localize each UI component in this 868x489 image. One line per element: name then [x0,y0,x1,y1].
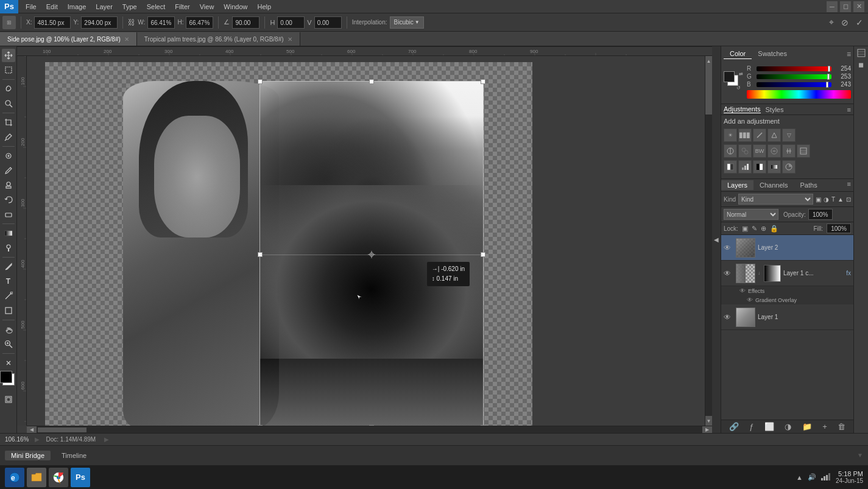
scroll-thumb-h[interactable] [38,427,86,432]
scroll-thumb-v[interactable] [705,66,712,114]
tool-pen[interactable] [2,260,15,273]
adj-vibrance[interactable]: ▽ [782,128,796,142]
angle-input[interactable]: 90.00 [232,16,259,29]
tool-path-select[interactable] [2,289,15,303]
layer-1c-visibility[interactable]: 👁 [724,269,733,278]
collapse-right-panel[interactable]: ◀ [712,46,721,433]
gradient-overlay-eye[interactable]: 👁 [747,297,753,303]
timeline-tab[interactable]: Timeline [55,451,93,460]
adj-channel-mixer[interactable] [782,144,796,158]
tool-zoom[interactable] [2,337,15,351]
vskew-input[interactable]: 0.00 [314,16,342,29]
menu-file[interactable]: File [21,0,41,13]
menu-help[interactable]: Help [252,0,276,13]
layers-tab-paths[interactable]: Paths [794,180,824,190]
right-icon-1[interactable] [857,49,866,58]
new-layer-btn[interactable]: + [822,422,827,431]
layers-tab-channels[interactable]: Channels [753,180,794,190]
tab-1-close[interactable]: ✕ [288,36,292,43]
menu-image[interactable]: Image [63,0,91,13]
layer-1c-fx[interactable]: fx [846,270,851,276]
layer-item-1[interactable]: 👁 Layer 1 [721,304,853,330]
color-fg-bg-swatch[interactable]: ↺ ⇄ [724,71,743,91]
menu-filter[interactable]: Filter [170,0,194,13]
menu-edit[interactable]: Edit [41,0,63,13]
adj-curves[interactable] [753,128,766,142]
adj-bw[interactable]: BW [753,144,766,158]
tool-extra[interactable] [2,356,15,370]
color-tab[interactable]: Color [724,49,752,59]
mini-bridge-tab[interactable]: Mini Bridge [5,451,51,460]
add-mask-btn[interactable]: ⬜ [764,422,774,431]
y-input[interactable]: 294.00 px [81,16,118,29]
adj-hue-sat[interactable] [724,144,737,158]
adj-panel-options[interactable]: ≡ [847,106,851,113]
color-panel-options[interactable]: ≡ [847,50,851,58]
tab-0[interactable]: Side pose.jpg @ 106% (Layer 2, RGB/8#) ✕ [0,32,137,46]
taskbar-folder[interactable] [27,468,46,487]
tool-hand[interactable] [2,323,15,336]
new-adj-layer-btn[interactable]: ◑ [785,422,791,431]
tool-brush[interactable] [2,164,15,177]
adj-invert[interactable] [724,160,737,174]
layer-2-visibility[interactable]: 👁 [724,244,733,252]
foreground-color-swatch[interactable] [0,371,12,383]
tab-0-close[interactable]: ✕ [124,36,129,43]
close-button[interactable]: ✕ [853,1,864,12]
scrollbar-vertical[interactable]: ▲ ▼ [705,56,712,426]
color-spectrum[interactable] [747,90,851,99]
opacity-input[interactable] [808,209,833,220]
layer-filter-shape[interactable]: ▲ [838,196,844,203]
tool-dodge[interactable] [2,241,15,255]
lock-image-icon[interactable]: ✎ [752,225,757,233]
cancel-transform-icon[interactable]: ⊘ [839,18,851,27]
adj-posterize[interactable] [738,160,752,174]
lock-all-icon[interactable]: 🔒 [770,225,778,233]
tool-lasso[interactable] [2,82,15,96]
adj-brightness[interactable]: ☀ [724,128,737,142]
screen-mode-btn[interactable] [2,393,15,406]
tool-eyedropper[interactable] [2,130,15,144]
layer-1-visibility[interactable]: 👁 [724,313,733,322]
scroll-right-btn[interactable]: ▶ [702,426,712,433]
scroll-up-btn[interactable]: ▲ [705,56,712,66]
adj-photo-filter[interactable] [767,144,781,158]
add-style-btn[interactable]: ƒ [749,422,753,431]
tool-text[interactable]: T [2,275,15,288]
canvas-inner[interactable]: →| -0.620 in ↕ 0.147 in [27,56,705,426]
tab-1[interactable]: Tropical palm trees.jpg @ 86.9% (Layer 0… [137,32,300,46]
adj-color-balance[interactable] [738,144,752,158]
interpolation-select[interactable]: Bicubic ▼ [390,16,424,29]
gradient-overlay-row[interactable]: 👁 Gradient Overlay [737,295,853,304]
effects-row[interactable]: 👁 Effects [737,286,853,295]
delete-layer-btn[interactable]: 🗑 [838,422,845,431]
layer-filter-pixel[interactable]: ▣ [816,196,821,203]
tool-history-brush[interactable] [2,193,15,206]
tray-volume[interactable]: 🔊 [808,473,816,481]
taskbar-photoshop[interactable]: Ps [71,468,90,487]
adj-exposure[interactable] [767,128,781,142]
menu-window[interactable]: Window [219,0,252,13]
blend-mode-select[interactable]: Normal [724,209,778,220]
taskbar-chrome[interactable] [49,468,68,487]
tool-spot-heal[interactable] [2,149,15,163]
tool-stamp[interactable] [2,178,15,192]
swatches-tab[interactable]: Swatches [752,49,793,59]
scroll-left-btn[interactable]: ◀ [27,426,37,433]
bottom-panel-collapse[interactable]: ▼ [857,452,863,459]
commit-transform-icon[interactable]: ✓ [853,18,866,27]
adj-selective-color[interactable] [782,160,796,174]
minimize-button[interactable]: ─ [827,1,838,12]
new-group-btn[interactable]: 📁 [802,422,812,431]
adj-levels[interactable]: ▊▊▊ [738,128,752,142]
link-layers-btn[interactable]: 🔗 [729,422,739,431]
kind-select[interactable]: Kind [738,194,813,205]
hskew-input[interactable]: 0.00 [277,16,305,29]
taskbar-ie[interactable]: e [5,468,24,487]
tool-eraser[interactable] [2,208,15,221]
restore-button[interactable]: ◻ [840,1,851,12]
menu-select[interactable]: Select [142,0,171,13]
x-input[interactable]: 481.50 px [34,16,71,29]
w-input[interactable]: 66.41% [147,16,175,29]
tray-network[interactable]: ▲ [796,474,803,481]
